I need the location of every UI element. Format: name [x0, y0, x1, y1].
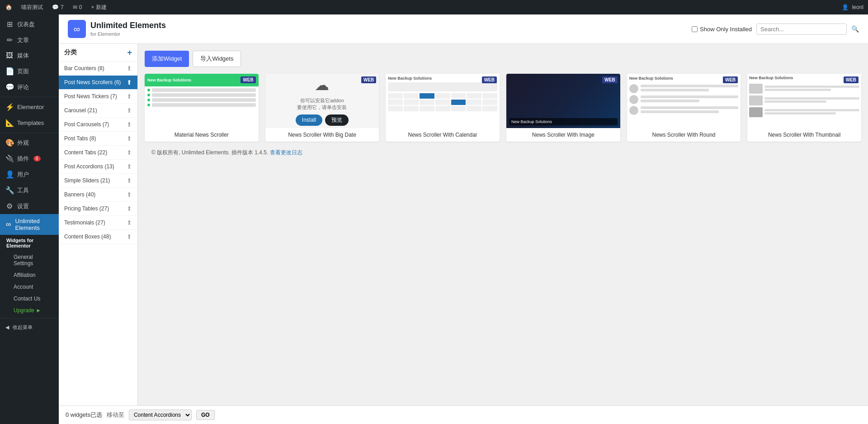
round-line-2a	[641, 95, 739, 98]
add-widget-btn[interactable]: 添加Widget	[145, 51, 189, 67]
show-only-installed-checkbox[interactable]	[692, 26, 698, 32]
elementor-icon: ⚡	[5, 103, 14, 111]
sidebar-item-pages[interactable]: 📄 页面	[0, 63, 59, 79]
news-text-line-3	[152, 98, 256, 102]
submenu-contact-us[interactable]: Contact Us	[0, 293, 59, 305]
round-avatar-3	[629, 106, 638, 115]
cat-upload-icon-11: ⬆	[127, 219, 132, 226]
message-icon: ✉	[73, 4, 77, 10]
comments-icon: 💬	[5, 83, 14, 91]
comment-icon: 💬	[52, 4, 59, 10]
messages-count[interactable]: ✉ 0	[71, 4, 84, 10]
cat-item-content-boxes[interactable]: Content Boxes (48) ⬆	[59, 230, 137, 244]
import-widgets-btn[interactable]: 导入Widgets	[193, 51, 241, 67]
sidebar-item-settings[interactable]: ⚙ 设置	[0, 198, 59, 214]
add-category-btn[interactable]: +	[127, 48, 132, 57]
sidebar-item-unlimited[interactable]: ∞ Unlimited Elements	[0, 214, 59, 235]
cal-cell-7	[482, 93, 497, 99]
sidebar-item-comments[interactable]: 💬 评论	[0, 79, 59, 95]
cat-item-post-accordions[interactable]: Post Accordions (13) ⬆	[59, 160, 137, 174]
cal-cell-10	[420, 100, 434, 105]
plugin-header-right: Show Only Installed 🔍	[692, 24, 859, 35]
cat-upload-icon-5: ⬆	[127, 135, 132, 142]
cat-item-pricing-tables[interactable]: Pricing Tables (27) ⬆	[59, 202, 137, 216]
news-content-rows	[145, 86, 259, 110]
sidebar-collapse-btn[interactable]: ◀ 收起菜单	[0, 320, 59, 334]
news-text-line	[152, 88, 256, 92]
img-overlay-text: New Backup Solutions	[509, 118, 618, 125]
widget-badge-6: WEB	[844, 76, 859, 83]
widget-thumb-5: New Backup Solutions	[627, 74, 741, 128]
wordpress-icon[interactable]: 🏠	[4, 4, 14, 10]
sidebar-item-users[interactable]: 👤 用户	[0, 167, 59, 182]
preview-btn[interactable]: 预览	[325, 114, 349, 126]
sidebar-item-dashboard[interactable]: ⊞ 仪表盘	[0, 16, 59, 32]
cat-upload-icon-10: ⬆	[127, 205, 132, 212]
cat-item-post-tabs[interactable]: Post Tabs (8) ⬆	[59, 132, 137, 146]
sidebar-label-plugins: 插件	[17, 155, 29, 163]
thumb-img-1	[749, 84, 763, 94]
cat-item-bar-counters[interactable]: Bar Counters (8) ⬆	[59, 62, 137, 76]
round-avatar-1	[629, 84, 638, 93]
sidebar-item-appearance[interactable]: 🎨 外观	[0, 135, 59, 151]
submenu-upgrade[interactable]: Upgrade ►	[0, 305, 59, 316]
news-row-4	[147, 103, 256, 107]
cat-upload-icon-7: ⬆	[127, 163, 132, 170]
thumb-img-3	[749, 107, 763, 117]
cat-item-simple-sliders[interactable]: Simple Sliders (21) ⬆	[59, 174, 137, 188]
widget-title-1: Material News Scroller	[145, 128, 259, 142]
tools-icon: 🔧	[5, 186, 14, 195]
sidebar-item-templates[interactable]: 📐 Templates	[0, 115, 59, 131]
move-to-label: 移动至	[107, 411, 124, 419]
install-btn[interactable]: Install	[296, 114, 322, 126]
cal-cell-9	[404, 100, 419, 105]
sidebar-item-tools[interactable]: 🔧 工具	[0, 182, 59, 198]
cat-item-testimonials[interactable]: Testimonials (27) ⬆	[59, 216, 137, 230]
round-line-2b	[641, 100, 699, 102]
cat-item-content-tabs[interactable]: Content Tabs (22) ⬆	[59, 146, 137, 160]
sidebar-item-plugins[interactable]: 🔌 插件 6	[0, 151, 59, 167]
submenu-general-settings[interactable]: General Settings	[0, 251, 59, 269]
unlimited-icon: ∞	[5, 220, 12, 229]
go-button[interactable]: GO	[196, 410, 215, 420]
round-item-1	[629, 84, 739, 93]
submenu-affiliation[interactable]: Affiliation	[0, 269, 59, 281]
comments-count[interactable]: 💬 7	[50, 4, 66, 10]
move-to-select[interactable]: Content Accordions	[129, 410, 192, 420]
sidebar-item-posts[interactable]: ✏ 文章	[0, 32, 59, 48]
submenu-account[interactable]: Account	[0, 281, 59, 293]
round-lines-3	[641, 106, 739, 114]
news-row-1	[147, 88, 256, 92]
widget-card-news-scroller-thumbnail: New Backup Solutions	[747, 74, 861, 142]
search-button[interactable]: 🔍	[851, 25, 859, 33]
submenu-widgets-for-elementor[interactable]: Widgets for Elementor	[0, 235, 59, 251]
cat-item-post-news-tickers[interactable]: Post News Tickers (7) ⬆	[59, 90, 137, 104]
cal-cell-20	[467, 106, 481, 111]
sidebar-label-appearance: 外观	[17, 139, 29, 147]
thumb-img-2	[749, 95, 763, 105]
cat-item-post-news-scrollers[interactable]: Post News Scrollers (6) ⬆	[59, 76, 137, 90]
round-title: New Backup Solutions	[629, 76, 739, 81]
widget-title-2: News Scroller With Big Date	[265, 128, 379, 142]
bottom-toolbar: 0 widgets已选 移动至 Content Accordions GO	[59, 405, 868, 424]
plugin-header: ∞ Unlimited Elements for Elementor Show …	[59, 14, 868, 44]
show-only-installed-label[interactable]: Show Only Installed	[692, 26, 752, 33]
cat-item-banners[interactable]: Banners (40) ⬆	[59, 188, 137, 202]
thumb-line-1b	[764, 89, 831, 91]
new-content-btn[interactable]: + 新建	[89, 4, 108, 11]
pages-icon: 📄	[5, 67, 14, 76]
wp-logo: 🏠	[5, 4, 12, 10]
round-lines-2	[641, 95, 739, 104]
cat-item-post-carousels[interactable]: Post Carousels (7) ⬆	[59, 118, 137, 132]
sidebar-label-comments: 评论	[17, 83, 29, 91]
sidebar-item-media[interactable]: 🖼 媒体	[0, 48, 59, 63]
news-dot-2	[147, 94, 150, 96]
widget-badge-1: WEB	[241, 76, 255, 83]
admin-bar: 🏠 喵容测试 💬 7 ✉ 0 + 新建 👤 leonl	[0, 0, 868, 14]
sidebar-item-elementor[interactable]: ⚡ Elementor	[0, 99, 59, 115]
thumb-lines-3	[764, 109, 859, 115]
changelog-link[interactable]: 查看更改日志	[270, 149, 302, 156]
search-input[interactable]	[756, 24, 847, 35]
site-name[interactable]: 喵容测试	[19, 4, 45, 11]
cat-item-carousel[interactable]: Carousel (21) ⬆	[59, 104, 137, 118]
